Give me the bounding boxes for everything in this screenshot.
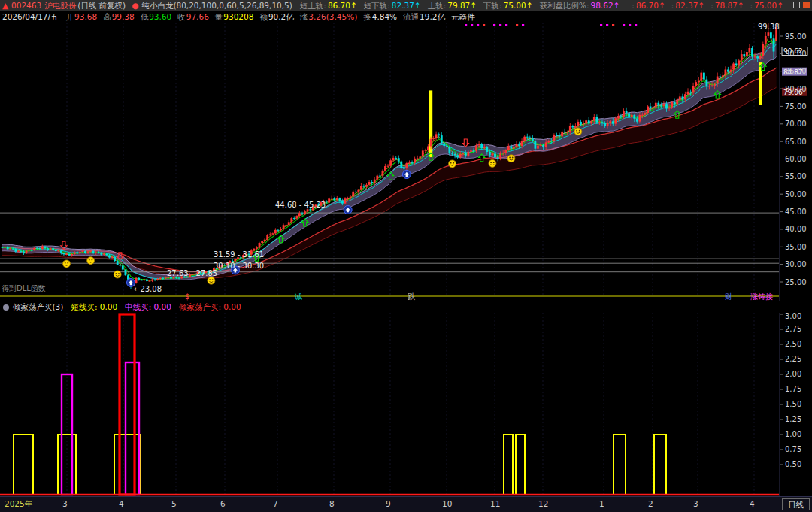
svg-text:80.00: 80.00	[785, 85, 807, 93]
smiley-face-marker	[63, 260, 71, 268]
month-gridlines	[67, 313, 754, 495]
text-field: 82.37↑	[675, 0, 704, 11]
svg-text:1.00: 1.00	[785, 430, 801, 438]
text-field: 93.68	[74, 11, 97, 23]
svg-text:30.10 - 30.30: 30.10 - 30.30	[214, 262, 264, 270]
top-dash-marker	[516, 24, 518, 26]
text-field: :	[750, 0, 753, 11]
smiley-face-marker	[114, 271, 121, 278]
divider: 得到DLL函数$诚跌财涨铸接	[0, 284, 779, 301]
svg-text:30.00: 30.00	[785, 260, 807, 268]
top-dash-marker	[600, 24, 602, 26]
text-field: 93.60	[149, 11, 171, 23]
text-field: 4.84%	[372, 11, 397, 23]
svg-text:2.25: 2.25	[785, 355, 801, 363]
top-dash-marker	[522, 24, 524, 26]
svg-text:95.00: 95.00	[785, 32, 807, 41]
svg-text:←23.08: ←23.08	[134, 285, 162, 293]
text-field: 换	[363, 11, 371, 23]
svg-text:0.50: 0.50	[785, 460, 801, 468]
chart-mode: (日线 前复权)	[77, 0, 126, 11]
text-field: 获利盘比例%:	[539, 0, 589, 11]
svg-text:27.63 - 27.85: 27.63 - 27.85	[167, 269, 217, 277]
indicator-icon	[3, 304, 9, 311]
svg-text:跌: 跌	[408, 292, 415, 301]
timeline-month-label: 9	[386, 499, 391, 508]
svg-text:85.00: 85.00	[785, 67, 807, 75]
top-dash-marker	[483, 24, 485, 26]
indicator-header: 倾家荡产买(3)短线买: 0.00中线买: 0.00倾家荡产买: 0.00	[0, 301, 812, 313]
timeline-month-label: 10	[442, 499, 452, 508]
timeline-month-label: 1	[599, 499, 604, 508]
smiley-face-marker	[208, 277, 215, 284]
signal-bar	[126, 362, 139, 495]
text-field: 涨	[300, 11, 308, 23]
text-field: 流通	[403, 11, 419, 23]
top-dash-marker	[623, 24, 625, 26]
text-field: 开	[66, 11, 74, 23]
signal-bars	[14, 314, 666, 495]
timeline-month-label: 12	[538, 499, 548, 508]
svg-text:诚: 诚	[295, 292, 302, 301]
svg-text:0.75: 0.75	[785, 445, 801, 453]
restore-window-icon[interactable]	[793, 2, 800, 8]
text-field: :	[632, 0, 635, 11]
top-dash-marker	[465, 24, 467, 26]
red-down-arrow-marker	[462, 139, 468, 147]
ma-lines	[2, 36, 777, 282]
svg-text:3.00: 3.00	[785, 313, 801, 320]
text-field: 98.62↑	[591, 0, 620, 11]
signal-bar	[504, 435, 513, 495]
text-field: 收	[177, 11, 186, 23]
top-dash-marker	[499, 24, 501, 26]
window-controls	[793, 2, 810, 8]
text-field: 82.37↑	[392, 0, 421, 11]
timeline-month-label: 7	[273, 499, 278, 508]
all-in-buy-value: 倾家荡产买: 0.00	[179, 301, 241, 313]
timeline-month-label: 11	[490, 499, 500, 508]
stock-app-window: ▲002463沪电股份(日线 前复权)●纯小白龙(80,20,100,0,60,…	[0, 0, 812, 512]
stock-name: 沪电股份	[44, 0, 76, 11]
svg-text:2.50: 2.50	[785, 340, 801, 348]
period-selector[interactable]: 日线	[782, 498, 810, 510]
svg-text:1.50: 1.50	[785, 400, 801, 408]
svg-text:得到DLL函数: 得到DLL函数	[2, 284, 46, 292]
svg-text:65.00: 65.00	[785, 138, 807, 146]
text-field: 量	[215, 11, 223, 23]
text-field: 3.26(3.45%)	[308, 11, 357, 23]
main-candlestick-chart[interactable]: 44.68 - 45.2331.59 - 31.6130.10 - 30.302…	[0, 23, 812, 301]
svg-text:75.00: 75.00	[785, 102, 807, 111]
timeline-month-label: 8	[329, 499, 335, 508]
indicator-bar-chart[interactable]: 3.002.752.502.252.001.751.501.251.000.75…	[0, 313, 812, 496]
sector-name: 元器件	[451, 11, 475, 23]
ma-bands	[2, 40, 777, 280]
timeline-month-label: 4	[750, 499, 755, 508]
svg-text:50.00: 50.00	[785, 190, 807, 198]
smiley-face-marker	[449, 160, 456, 168]
svg-text:90.00: 90.00	[785, 50, 807, 58]
indicator-name: 纯小白龙(80,20,100,0,60,5,26,89,10,5)	[141, 0, 292, 11]
text-field: 19.2亿	[420, 11, 445, 23]
indicator-legend: 倾家荡产买(3)短线买: 0.00中线买: 0.00倾家荡产买: 0.00	[13, 302, 241, 311]
top-dash-marker	[477, 24, 479, 26]
mid-buy-value: 中线买: 0.00	[125, 301, 171, 313]
svg-text:2.75: 2.75	[785, 325, 801, 333]
svg-text:1.75: 1.75	[785, 385, 801, 393]
coin-up-circle-marker	[344, 206, 352, 214]
signal-bar	[516, 435, 525, 495]
header-row-2: 2026/04/17/五开93.68高99.38低93.60收97.66量930…	[0, 11, 812, 23]
text-field: 低	[141, 11, 149, 23]
date-field: 2026/04/17/五	[2, 11, 59, 23]
header-row-1: ▲002463沪电股份(日线 前复权)●纯小白龙(80,20,100,0,60,…	[0, 0, 812, 11]
signal-bar	[114, 435, 140, 495]
close-window-icon[interactable]	[803, 2, 810, 8]
svg-text:涨铸接: 涨铸接	[750, 292, 773, 301]
indicator-dot-icon: ●	[132, 0, 138, 11]
text-field: 97.66	[186, 11, 209, 23]
candlesticks	[2, 23, 777, 289]
month-gridlines	[67, 23, 754, 295]
svg-text:45.00: 45.00	[785, 208, 807, 216]
text-field: 75.00↑	[754, 0, 783, 11]
svg-text:$: $	[185, 292, 189, 301]
smiley-face-marker	[574, 128, 582, 135]
